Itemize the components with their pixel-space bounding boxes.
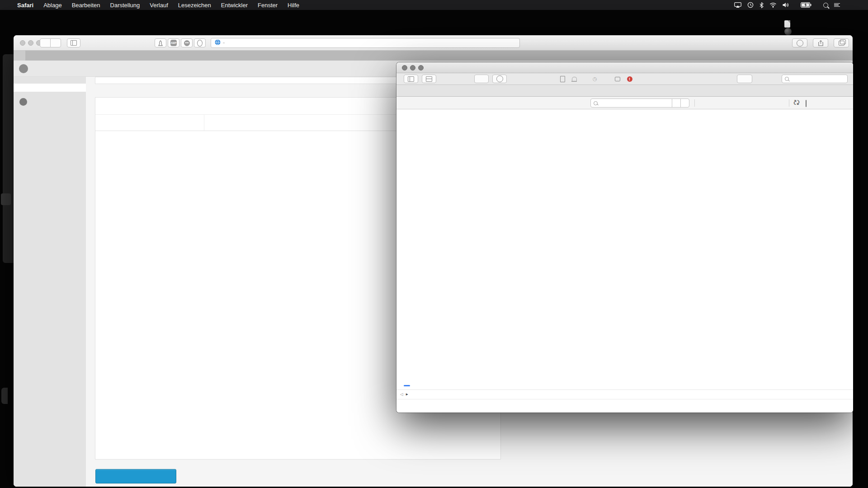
url-field[interactable]	[211, 38, 520, 48]
reveal-in-dom-icon[interactable]: ◁	[400, 391, 403, 397]
wordpress-logo[interactable]	[19, 64, 28, 73]
site-favicon	[215, 39, 221, 47]
next-result-button[interactable]	[680, 99, 689, 108]
dock-side-icon	[408, 76, 414, 82]
column-header-font-name	[95, 115, 204, 131]
tab-overview-button[interactable]	[834, 38, 849, 47]
inspector-search-field[interactable]	[782, 75, 848, 83]
time-machine-icon[interactable]	[747, 2, 754, 8]
spotlight-search-icon[interactable]	[823, 3, 828, 8]
share-button[interactable]	[813, 38, 828, 47]
extension-button-3[interactable]	[181, 38, 193, 47]
bubble-icon	[615, 77, 620, 81]
download-icon	[496, 75, 503, 82]
bluetooth-icon[interactable]	[760, 2, 764, 8]
element-picker-button[interactable]	[737, 75, 752, 83]
expand-triangle-icon[interactable]: ▶	[406, 392, 408, 396]
split-console-icon[interactable]	[806, 100, 807, 107]
safari-toolbar: ABP	[14, 35, 853, 51]
desktop: SafariAblageBearbeitenDarstellungVerlauf…	[0, 0, 868, 488]
battery-icon	[801, 2, 811, 8]
tabs-icon	[839, 41, 844, 46]
log-filter-field[interactable]	[590, 99, 672, 108]
download-icon	[797, 40, 803, 47]
menubar-item-bearbeiten[interactable]: Bearbeiten	[72, 2, 100, 9]
share-icon	[818, 40, 823, 46]
inspector-tab-bar	[396, 85, 853, 97]
zoom-button[interactable]	[418, 65, 424, 70]
inspector-toolbar: ◷ !	[396, 73, 853, 85]
wp-sidebar	[14, 77, 86, 487]
inspector-status-counters: ◷ !	[560, 75, 641, 83]
safari-tab-bar	[14, 51, 853, 61]
menubar-item-ablage[interactable]: Ablage	[43, 2, 61, 9]
selected-element-badge	[404, 385, 410, 386]
menubar-item-hilfe[interactable]: Hilfe	[288, 2, 299, 9]
oval-icon	[197, 40, 203, 47]
collapse-icon	[19, 98, 27, 106]
document-icon	[560, 76, 565, 82]
menubar-item-lesezeichen[interactable]: Lesezeichen	[178, 2, 211, 9]
extension-button-4[interactable]	[194, 38, 206, 47]
mask-icon	[184, 40, 190, 46]
inspector-title-bar	[396, 62, 853, 73]
issue-count-empty	[572, 77, 579, 81]
web-inspector-window: ◷ ! 🗘	[396, 62, 853, 413]
background-window-sliver[interactable]	[3, 54, 15, 263]
pdf-file-icon	[784, 20, 790, 28]
minimize-button[interactable]	[28, 40, 33, 46]
resource-count[interactable]	[560, 76, 567, 82]
save-changes-button[interactable]	[95, 469, 176, 483]
new-tab-button[interactable]	[14, 51, 25, 61]
back-button[interactable]	[40, 38, 51, 47]
log-count[interactable]	[615, 77, 622, 81]
downloads-button[interactable]	[792, 38, 807, 47]
extension-icon	[158, 40, 163, 46]
extension-button-adblock[interactable]: ABP	[168, 38, 179, 47]
error-icon: !	[627, 76, 632, 82]
volume-icon[interactable]	[783, 2, 789, 8]
sidebar-icon	[71, 40, 77, 46]
dock-bottom-icon	[426, 76, 432, 82]
menubar-item-verlauf[interactable]: Verlauf	[150, 2, 168, 9]
wifi-icon[interactable]	[769, 2, 777, 8]
background-window-arrow[interactable]	[1, 193, 11, 205]
minimize-button[interactable]	[410, 65, 415, 70]
abp-icon: ABP	[170, 40, 177, 46]
dock-bottom-button[interactable]	[422, 75, 436, 83]
background-window-nub	[1, 388, 8, 404]
previous-result-button[interactable]	[672, 99, 681, 108]
column-header-test-sentence	[204, 115, 411, 131]
console-filter-bar: 🗘	[396, 97, 853, 109]
menu-bar-items: SafariAblageBearbeitenDarstellungVerlauf…	[0, 2, 299, 9]
menu-bar-status	[734, 0, 840, 10]
sidebar-toggle-button[interactable]	[67, 38, 80, 47]
close-button[interactable]	[20, 40, 25, 46]
close-button[interactable]	[402, 65, 407, 70]
console-prompt-row[interactable]	[396, 399, 853, 408]
menubar-item-darstellung[interactable]: Darstellung	[110, 2, 140, 9]
dock-side-button[interactable]	[404, 75, 418, 83]
console-log-area: ◁ ▶	[396, 109, 853, 413]
notification-center-icon[interactable]	[834, 2, 840, 8]
selected-element-row[interactable]	[396, 382, 853, 390]
clear-console-icon[interactable]: 🗘	[793, 99, 800, 106]
menubar-item-entwickler[interactable]: Entwickler	[221, 2, 248, 9]
forward-button[interactable]	[50, 38, 61, 47]
reload-button[interactable]	[474, 75, 489, 83]
search-icon	[785, 77, 789, 81]
airplay-icon[interactable]	[734, 2, 741, 8]
bell-icon	[572, 77, 577, 81]
error-count[interactable]: !	[627, 76, 634, 82]
desktop-file-app[interactable]	[784, 28, 794, 35]
desktop-file-pdf[interactable]	[784, 20, 793, 28]
sidebar-collapse-button[interactable]	[14, 98, 86, 106]
extension-button-1[interactable]	[155, 38, 166, 47]
menubar-item-safari[interactable]: Safari	[17, 2, 33, 9]
menubar-item-fenster[interactable]: Fenster	[258, 2, 278, 9]
download-button[interactable]	[492, 75, 507, 83]
selected-element-code-row[interactable]: ◁ ▶	[396, 390, 853, 399]
filter-search-icon	[594, 101, 598, 105]
macos-menu-bar: SafariAblageBearbeitenDarstellungVerlauf…	[0, 0, 868, 10]
wp-sidebar-submenu	[14, 84, 86, 92]
